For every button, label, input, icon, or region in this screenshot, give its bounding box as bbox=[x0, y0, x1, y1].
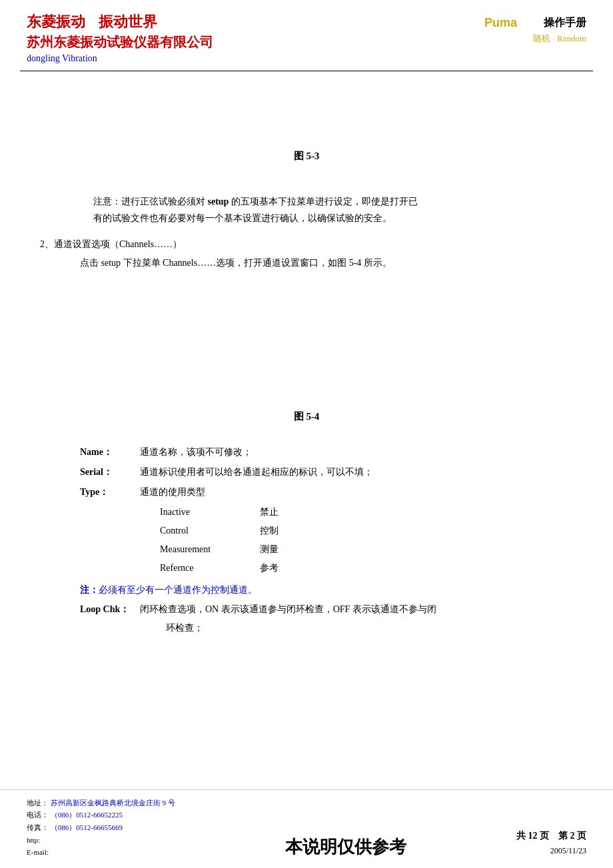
header: 东菱振动 振动世界 苏州东菱振动试验仪器有限公司 dongling Vibrat… bbox=[0, 0, 613, 71]
field-name-value: 通道名称，该项不可修改； bbox=[140, 443, 573, 462]
figure-4-space bbox=[40, 278, 573, 345]
footer-fax-label: 传真： bbox=[27, 823, 49, 831]
type-inactive-cn: 禁止 bbox=[260, 503, 279, 522]
type-refernce-cn: 参考 bbox=[260, 559, 279, 578]
footer-pages-row: 共 12 页 第 2 页 bbox=[516, 827, 586, 844]
footer-pages-total-label: 共 bbox=[516, 831, 526, 841]
footer-left: 地址： 苏州高新区金枫路典桥北境金庄街 9 号 电话： （086）0512-66… bbox=[27, 797, 175, 859]
spacer-2 bbox=[40, 431, 573, 436]
note-block-1: 注意：进行正弦试验必须对 setup 的五项基本下拉菜单进行设定，即使是打开已 … bbox=[93, 193, 573, 226]
type-measurement-en: Measurement bbox=[160, 540, 240, 559]
footer: 地址： 苏州高新区金枫路典桥北境金庄街 9 号 电话： （086）0512-66… bbox=[0, 789, 613, 868]
field-serial-label: Serial： bbox=[80, 463, 140, 482]
footer-addr-row: 地址： 苏州高新区金枫路典桥北境金庄街 9 号 bbox=[27, 797, 175, 809]
footer-email-row: E-mail: bbox=[27, 846, 175, 859]
footer-tel-value: （086）0512-66652225 bbox=[51, 811, 123, 819]
company-title2: 振动世界 bbox=[99, 12, 157, 32]
header-right: Puma 操作手册 随机 Random bbox=[484, 16, 586, 45]
note-line2: 有的试验文件也有必要对每一个基本设置进行确认，以确保试验的安全。 bbox=[93, 213, 392, 223]
section-2-desc: 点击 setup 下拉菜单 Channels……选项，打开通道设置窗口，如图 5… bbox=[80, 254, 573, 271]
footer-http-row: http: bbox=[27, 834, 175, 847]
company-subtitle-en: dongling Vibration bbox=[27, 53, 97, 64]
figure-4-space-extra bbox=[40, 345, 573, 398]
fields-list: Name： 通道名称，该项不可修改； Serial： 通道标识使用者可以给各通道… bbox=[80, 443, 573, 578]
field-loopchk-value: 闭环检查选项，ON 表示该通道参与闭环检查，OFF 表示该通道不参与闭 环检查； bbox=[140, 600, 573, 638]
footer-addr-value: 苏州高新区金枫路典桥北境金庄街 9 号 bbox=[51, 799, 175, 807]
puma-row: Puma 操作手册 bbox=[484, 16, 586, 30]
footer-tel-label: 电话： bbox=[27, 811, 49, 819]
footer-pages-current-suffix: 页 bbox=[577, 831, 586, 841]
footer-tel-row: 电话： （086）0512-66652225 bbox=[27, 809, 175, 821]
note-suffix: 的五项基本下拉菜单进行设定，即使是打开已 bbox=[229, 197, 418, 207]
caution-text: 必须有至少有一个通道作为控制通道。 bbox=[99, 585, 257, 595]
main-content: 图 5-3 注意：进行正弦试验必须对 setup 的五项基本下拉菜单进行设定，即… bbox=[0, 71, 613, 638]
field-serial: Serial： 通道标识使用者可以给各通道起相应的标识，可以不填； bbox=[80, 463, 573, 482]
field-loopchk-area: Loop Chk： 闭环检查选项，ON 表示该通道参与闭环检查，OFF 表示该通… bbox=[80, 600, 573, 638]
field-serial-value: 通道标识使用者可以给各通道起相应的标识，可以不填； bbox=[140, 463, 573, 482]
note-bold: setup bbox=[208, 197, 229, 207]
caution-label: 注： bbox=[80, 585, 99, 595]
company-subtitle-cn: 苏州东菱振动试验仪器有限公司 bbox=[27, 33, 213, 51]
type-control-en: Control bbox=[160, 522, 240, 540]
header-title-row: 东菱振动 振动世界 bbox=[27, 12, 157, 32]
type-row-control: Control 控制 bbox=[160, 522, 573, 540]
figure-3-space bbox=[40, 71, 573, 138]
caution-note: 注：必须有至少有一个通道作为控制通道。 bbox=[80, 584, 573, 596]
field-name-label: Name： bbox=[80, 443, 140, 462]
page: 东菱振动 振动世界 苏州东菱振动试验仪器有限公司 dongling Vibrat… bbox=[0, 0, 613, 868]
field-name: Name： 通道名称，该项不可修改； bbox=[80, 443, 573, 462]
type-refernce-en: Refernce bbox=[160, 559, 240, 578]
random-en: Random bbox=[557, 33, 586, 44]
random-row: 随机 Random bbox=[533, 33, 586, 45]
footer-date: 2005/11/23 bbox=[516, 844, 586, 859]
type-inactive-en: Inactive bbox=[160, 503, 240, 522]
type-control-cn: 控制 bbox=[260, 522, 279, 540]
figure-4-label: 图 5-4 bbox=[40, 410, 573, 423]
field-type: Type： 通道的使用类型 bbox=[80, 483, 573, 502]
footer-pages-total-num: 12 bbox=[528, 831, 538, 841]
type-row-measurement: Measurement 测量 bbox=[160, 540, 573, 559]
field-type-label: Type： bbox=[80, 483, 140, 502]
footer-center-text: 本说明仅供参考 bbox=[175, 835, 516, 859]
footer-http-label: http: bbox=[27, 836, 40, 844]
type-measurement-cn: 测量 bbox=[260, 540, 279, 559]
footer-email-label: E-mail: bbox=[27, 848, 49, 856]
random-cn: 随机 bbox=[533, 33, 550, 45]
field-loopchk: Loop Chk： 闭环检查选项，ON 表示该通道参与闭环检查，OFF 表示该通… bbox=[80, 600, 573, 638]
type-row-inactive: Inactive 禁止 bbox=[160, 503, 573, 522]
field-loopchk-label: Loop Chk： bbox=[80, 600, 140, 619]
footer-fax-value: （086）0512-66655669 bbox=[51, 823, 123, 831]
field-type-value: 通道的使用类型 bbox=[140, 483, 573, 502]
spacer-1 bbox=[40, 171, 573, 184]
footer-pages-total-suffix: 页 bbox=[540, 831, 549, 841]
footer-addr-label: 地址： bbox=[27, 799, 49, 807]
header-left: 东菱振动 振动世界 苏州东菱振动试验仪器有限公司 dongling Vibrat… bbox=[27, 12, 213, 64]
footer-pages-current-num: 2 bbox=[570, 831, 575, 841]
type-row-refernce: Refernce 参考 bbox=[160, 559, 573, 578]
figure-3-label: 图 5-3 bbox=[40, 150, 573, 163]
type-sub-list: Inactive 禁止 Control 控制 Measurement 测量 Re… bbox=[160, 503, 573, 578]
section-2-heading: 2、通道设置选项（Channels……） bbox=[40, 238, 573, 250]
note-prefix: 注意：进行正弦试验必须对 bbox=[93, 197, 208, 207]
company-title1: 东菱振动 bbox=[27, 12, 85, 32]
manual-label: 操作手册 bbox=[544, 16, 586, 30]
footer-fax-row: 传真： （086）0512-66655669 bbox=[27, 821, 175, 834]
footer-pages-current-label: 第 bbox=[558, 831, 568, 841]
puma-label: Puma bbox=[484, 16, 517, 30]
footer-right: 共 12 页 第 2 页 2005/11/23 bbox=[516, 827, 586, 859]
